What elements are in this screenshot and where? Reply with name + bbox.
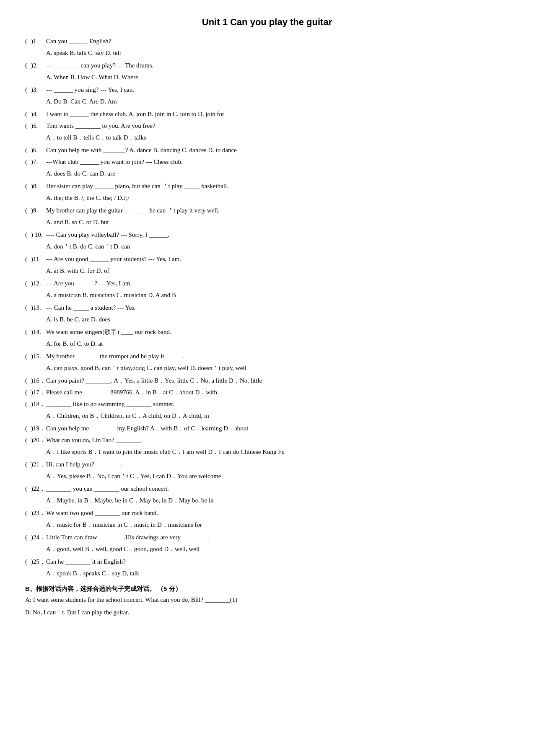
- q-text: ________ like to go swimming ________ su…: [46, 399, 509, 409]
- q-options: A．Yes, please B．No, I can＇t C．Yes, I can…: [46, 471, 509, 481]
- q-num: )2.: [31, 60, 46, 70]
- q-paren: (: [25, 303, 31, 313]
- q-options: A．Children, on B．Children, in C．A child,…: [46, 411, 509, 421]
- q-num: )20．: [31, 435, 46, 445]
- q-text: I want to ______ the chess club. A. join…: [46, 109, 509, 119]
- q-paren: (: [25, 85, 31, 95]
- q-options: A. does B. do C. can D. are: [46, 168, 509, 179]
- q-paren: (: [25, 145, 31, 155]
- q-num: )18．: [31, 399, 46, 409]
- q-paren: (: [25, 181, 31, 191]
- question-row: ()3.--- ______ you sing? --- Yes, I can.: [25, 85, 509, 95]
- q-num: )16．: [31, 375, 46, 386]
- q-options: A．Maybe, in B．Maybe, be in C．May be, in …: [46, 495, 509, 505]
- q-num: )15.: [31, 351, 46, 361]
- q-text: Can he ________ it in English?: [46, 557, 509, 567]
- q-num: )13.: [31, 303, 46, 313]
- question-row: ()13.--- Can he _____ a student? --- Yes…: [25, 303, 509, 313]
- q-options: A. the; the B. /; the C. the; / D.J;/: [46, 193, 509, 203]
- question-row: ()9.My brother can play the guitar，_____…: [25, 205, 509, 215]
- q-num: )3.: [31, 85, 46, 95]
- q-options: A. don＇t B. do C. can＇t D. can: [46, 241, 509, 251]
- question-row: ()5.Tom wants ________ to you. Are you f…: [25, 121, 509, 131]
- q-options: A. for B. of C. to D. at: [46, 339, 509, 349]
- question-row: ()25．Can he ________ it in English?: [25, 557, 509, 567]
- q-paren: (: [25, 435, 31, 445]
- q-num: )7.: [31, 157, 46, 167]
- question-row: ()11.--- Are you good ______ your studen…: [25, 254, 509, 264]
- q-paren: (: [25, 327, 31, 337]
- q-num: )9.: [31, 205, 46, 215]
- q-num: )1.: [31, 36, 46, 46]
- q-num: )6.: [31, 145, 46, 155]
- q-text: Can you ______ English?: [46, 36, 509, 46]
- q-text: --- ______ you sing? --- Yes, I can.: [46, 85, 509, 95]
- q-num: )19．: [31, 423, 46, 433]
- q-num: )4.: [31, 109, 46, 119]
- q-paren: (: [25, 484, 31, 494]
- q-options: A. a musician B. musicians C. musician D…: [46, 290, 509, 300]
- q-paren: (: [25, 351, 31, 361]
- q-paren: (: [25, 278, 31, 288]
- q-paren: (: [25, 532, 31, 542]
- q-paren: (: [25, 205, 31, 215]
- question-row: ()12.--- Are you ______? --- Yes, I am.: [25, 278, 509, 288]
- section-b-label: B、根据对话内容，选择合适的句子完成对话。 （5 分）: [25, 585, 181, 592]
- q-text: Can you help me with _______? A. dance B…: [46, 145, 509, 155]
- section-b: B、根据对话内容，选择合适的句子完成对话。 （5 分）: [25, 585, 509, 593]
- question-row: ()1.Can you ______ English?: [25, 36, 509, 46]
- question-row: ()14.We want some singers(歌手) ____ our r…: [25, 327, 509, 337]
- q-text: Her sister can play ______ piano, but sh…: [46, 181, 509, 191]
- q-options: A. When B. How C. What D. Where: [46, 72, 509, 82]
- question-row: ()23．We want two good ________ our rock …: [25, 508, 509, 518]
- q-paren: (: [25, 375, 31, 386]
- q-num: )17．: [31, 387, 46, 397]
- q-num: )14.: [31, 327, 46, 337]
- question-row: ()7.---What club ______ you want to join…: [25, 157, 509, 167]
- q-options: A. is B. be C. are D. does: [46, 314, 509, 324]
- q-num: )22．: [31, 484, 46, 494]
- q-text: Hi, can I help you? ________.: [46, 459, 509, 469]
- q-options: A. and B. so C. or D. but: [46, 217, 509, 227]
- q-num: )23．: [31, 508, 46, 518]
- q-text: We want two good ________ our rock band.: [46, 508, 509, 518]
- q-num: )21．: [31, 459, 46, 469]
- q-paren: (: [25, 399, 31, 409]
- q-text: Please call me ________ 8989766. A．in B．…: [46, 387, 509, 397]
- question-row: ()21．Hi, can I help you? ________.: [25, 459, 509, 469]
- question-row: ()19．Can you help me ________ my English…: [25, 423, 509, 433]
- q-text: ---- Can you play volleyball? --- Sorry,…: [46, 230, 509, 240]
- q-paren: (: [25, 387, 31, 397]
- question-row: ()16．Can you paint? ________. A．Yes, a l…: [25, 375, 509, 386]
- page-title: Unit 1 Can you play the guitar: [25, 17, 509, 28]
- q-text: ---What club ______ you want to join? --…: [46, 157, 509, 167]
- q-text: We want some singers(歌手) ____ our rock b…: [46, 327, 509, 337]
- q-paren: (: [25, 508, 31, 518]
- q-num: )12.: [31, 278, 46, 288]
- question-row: ()18．________ like to go swimming ______…: [25, 399, 509, 409]
- q-options: A. at B. with C. for D. of: [46, 266, 509, 276]
- q-paren: (: [25, 60, 31, 70]
- q-paren: (: [25, 423, 31, 433]
- q-paren: (: [25, 254, 31, 264]
- q-num: )5.: [31, 121, 46, 131]
- q-paren: (: [25, 459, 31, 469]
- question-row: ()8.Her sister can play ______ piano, bu…: [25, 181, 509, 191]
- q-paren: (: [25, 121, 31, 131]
- q-text: --- Are you good ______ your students? -…: [46, 254, 509, 264]
- section-b-line1: A: I want some students for the school c…: [25, 595, 509, 606]
- q-text: Tom wants ________ to you. Are you free?: [46, 121, 509, 131]
- q-options: A. speak B. talk C. say D. tell: [46, 48, 509, 58]
- question-row: ()17．Please call me ________ 8989766. A．…: [25, 387, 509, 397]
- q-num: )24．: [31, 532, 46, 542]
- q-paren: (: [25, 36, 31, 46]
- q-paren: (: [25, 230, 31, 240]
- q-text: What can you do, Lin Tao? ________.: [46, 435, 509, 445]
- q-options: A. Do B. Can C. Are D. Am: [46, 96, 509, 106]
- q-num: )25．: [31, 557, 46, 567]
- q-text: --- ________ can you play? --- The drums…: [46, 60, 509, 70]
- q-text: Little Tom can draw ________.His drawing…: [46, 532, 509, 542]
- q-text: --- Are you ______? --- Yes, I am.: [46, 278, 509, 288]
- question-row: ()22．________ you can ________ our schoo…: [25, 484, 509, 494]
- q-options: A．I like sports B．I want to join the mus…: [46, 447, 509, 457]
